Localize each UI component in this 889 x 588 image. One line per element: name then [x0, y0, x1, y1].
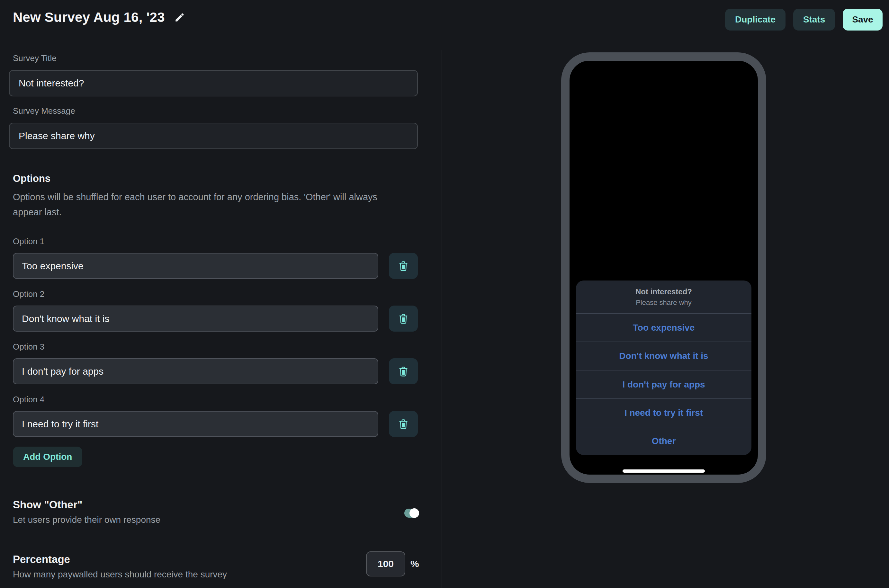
survey-editor-page: New Survey Aug 16, '23 Duplicate Stats S…	[0, 0, 889, 588]
option-label: Option 1	[13, 237, 44, 246]
stats-button[interactable]: Stats	[793, 9, 835, 30]
option-input[interactable]	[13, 358, 378, 384]
survey-message-input[interactable]	[9, 123, 418, 149]
survey-preview-card: Not interested? Please share why Too exp…	[576, 280, 751, 455]
show-other-subtitle: Let users provide their own response	[13, 515, 161, 525]
show-other-toggle[interactable]	[404, 508, 419, 518]
options-heading: Options	[13, 173, 51, 184]
preview-option-row: I don't pay for apps	[576, 370, 751, 398]
delete-option-button[interactable]	[389, 358, 418, 384]
preview-option-row: Other	[576, 427, 751, 455]
percentage-heading: Percentage	[13, 553, 70, 566]
percentage-input[interactable]	[366, 551, 405, 576]
trash-icon	[398, 312, 409, 325]
option-label: Option 3	[13, 342, 44, 352]
header-actions: Duplicate Stats Save	[725, 9, 883, 30]
add-option-button[interactable]: Add Option	[13, 447, 82, 467]
percentage-subtitle: How many paywalled users should receive …	[13, 569, 227, 580]
page-title: New Survey Aug 16, '23	[13, 10, 165, 25]
trash-icon	[398, 365, 409, 378]
phone-preview: Not interested? Please share why Too exp…	[561, 52, 766, 483]
pencil-icon	[174, 12, 185, 23]
option-input[interactable]	[13, 306, 378, 332]
edit-title-button[interactable]	[173, 11, 186, 24]
toggle-knob	[410, 508, 419, 518]
option-label: Option 4	[13, 394, 44, 405]
survey-title-label: Survey Title	[13, 53, 57, 63]
show-other-heading: Show "Other"	[13, 499, 82, 511]
save-button[interactable]: Save	[843, 9, 883, 30]
header: New Survey Aug 16, '23	[13, 10, 186, 25]
delete-option-button[interactable]	[389, 306, 418, 332]
option-label: Option 2	[13, 289, 44, 299]
preview-option-row: Don't know what it is	[576, 342, 751, 370]
options-description: Options will be shuffled for each user t…	[13, 190, 403, 220]
delete-option-button[interactable]	[389, 411, 418, 437]
preview-option-row: Too expensive	[576, 313, 751, 342]
trash-icon	[398, 418, 409, 430]
option-input[interactable]	[13, 253, 378, 279]
delete-option-button[interactable]	[389, 253, 418, 279]
duplicate-button[interactable]: Duplicate	[725, 9, 785, 30]
panel-divider	[441, 50, 442, 588]
survey-title-input[interactable]	[9, 70, 418, 96]
preview-option-row: I need to try it first	[576, 398, 751, 427]
percent-sign: %	[410, 551, 419, 576]
home-indicator	[623, 470, 705, 472]
preview-card-title: Not interested?	[635, 287, 692, 296]
preview-card-header: Not interested? Please share why	[576, 280, 751, 313]
survey-message-label: Survey Message	[13, 106, 75, 116]
option-input[interactable]	[13, 411, 378, 437]
preview-card-message: Please share why	[636, 298, 692, 307]
trash-icon	[398, 260, 409, 273]
